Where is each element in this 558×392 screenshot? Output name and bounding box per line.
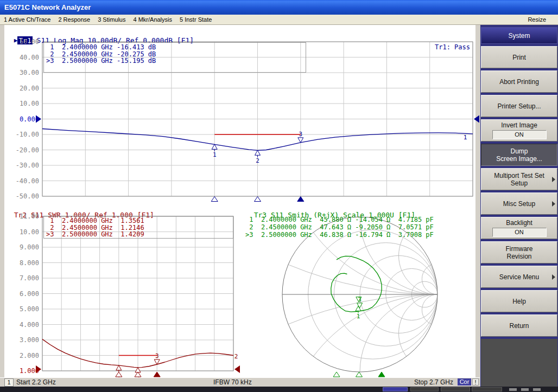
window-title: E5071C Network Analyzer — [4, 3, 91, 11]
submenu-arrow-icon — [552, 177, 555, 182]
tr3-marker-readouts: 1 2.4000000 GHz 45.880 Ω -14.054 Ω 4.718… — [245, 216, 434, 239]
marker-readout-row: 2 2.4500000 GHz 47.643 Ω -9.2050 Ω 7.057… — [245, 223, 434, 231]
softkey-misc-setup[interactable]: Misc Setup — [481, 192, 557, 215]
start-frequency-readout: Start 2.2 GHz — [16, 378, 56, 386]
softkey-multiport-test-set[interactable]: Multiport Test SetSetup — [481, 168, 557, 190]
y-axis-label: 20.00 — [4, 85, 39, 92]
marker-readout-row: 1 2.4000000 GHz 1.3561 — [46, 217, 233, 224]
y-axis-label: 11.00 — [4, 213, 39, 220]
marker-readout-row: 1 2.4000000 GHz 45.880 Ω -14.054 Ω 4.718… — [245, 216, 434, 223]
y-axis-label: 40.00 — [4, 54, 39, 61]
window-title-bar: E5071C Network Analyzer — [0, 0, 558, 15]
stop-frequency-readout: Stop 2.7 GHz — [414, 378, 453, 386]
taskbar-active-button — [383, 387, 408, 391]
status-bar: 1 Start 2.2 GHz IFBW 70 kHz Stop 2.7 GHz… — [0, 377, 480, 387]
correction-status-badge: Cor — [458, 378, 471, 385]
tr1-marker-box: 1 2.4000000 GHz -16.413 dB 2 2.4500000 G… — [43, 42, 306, 73]
submenu-arrow-icon — [552, 274, 555, 280]
y-axis-label: 7.000 — [4, 274, 39, 282]
y-axis-label: -10.00 — [4, 131, 39, 138]
y-axis-label: -50.00 — [4, 192, 39, 200]
tr1-limit-result: Tr1: Pass — [380, 43, 470, 51]
softkey-service-menu[interactable]: Service Menu — [481, 266, 557, 288]
y-axis-label: 1.000 — [4, 367, 39, 375]
marker-readout-row: >3 2.5000000 GHz -15.195 dB — [46, 57, 306, 65]
tr2-marker-readouts: 1 2.4000000 GHz 1.3561 2 2.4500000 GHz 1… — [44, 216, 233, 238]
tr1-marker-readouts: 1 2.4000000 GHz -16.413 dB 2 2.4500000 G… — [44, 43, 306, 65]
y-axis-label: 5.000 — [4, 305, 39, 313]
tr3-smith-chart-area[interactable] — [282, 217, 437, 372]
softkey-filler — [481, 339, 557, 387]
softkey-help[interactable]: Help — [481, 290, 557, 312]
ifbw-readout: IFBW 70 kHz — [213, 378, 252, 386]
y-axis-label: -40.00 — [4, 177, 39, 185]
tr2-marker-box: 1 2.4000000 GHz 1.3561 2 2.4500000 GHz 1… — [43, 216, 233, 239]
marker-readout-row: >3 2.5000000 GHz 1.4209 — [46, 231, 233, 238]
y-axis-label: 50.00 — [4, 38, 39, 46]
y-axis-label: 30.00 — [4, 69, 39, 76]
channel-number-badge: 1 — [4, 378, 14, 387]
menu-item-3[interactable]: 3 Stimulus — [94, 15, 129, 23]
taskbar-clock-fragment — [533, 388, 541, 391]
y-axis-label: 6.000 — [4, 290, 39, 298]
tr2-plot-area[interactable] — [42, 216, 233, 371]
menu-item-5[interactable]: 5 Instr State — [176, 15, 215, 23]
taskbar-button — [410, 387, 439, 391]
softkey-state-value: ON — [492, 228, 547, 237]
menu-item-4[interactable]: 4 Mkr/Analysis — [129, 15, 176, 23]
taskbar-clock-fragment — [521, 388, 529, 391]
submenu-arrow-icon — [552, 201, 555, 207]
softkey-print[interactable]: Print — [481, 46, 557, 68]
y-axis-label: 10.00 — [4, 100, 39, 107]
y-axis-label: 3.000 — [4, 336, 39, 344]
softkey-backlight[interactable]: BacklightON — [481, 217, 557, 239]
softkey-abort-printing[interactable]: Abort Printing — [481, 70, 557, 93]
menu-bar: 1 Active Ch/Trace2 Response3 Stimulus4 M… — [0, 15, 558, 25]
y-axis-label: 0.000 — [4, 115, 39, 123]
softkey-invert-image[interactable]: Invert ImageON — [481, 119, 557, 142]
taskbar-sliver — [0, 387, 558, 392]
y-axis-label: 4.000 — [4, 321, 39, 329]
marker-readout-row: >3 2.5000000 GHz 46.838 Ω -16.794 Ω 3.79… — [245, 231, 434, 239]
y-axis-label: 9.000 — [4, 243, 39, 251]
y-axis-label: 8.000 — [4, 259, 39, 267]
menu-items: 1 Active Ch/Trace2 Response3 Stimulus4 M… — [0, 16, 215, 23]
marker-readout-row: 1 2.4000000 GHz -16.413 dB — [46, 44, 306, 51]
taskbar-clock-fragment — [509, 388, 517, 391]
softkey-return[interactable]: Return — [481, 314, 557, 337]
softkey-menu: System PrintAbort PrintingPrinter Setup.… — [480, 25, 558, 387]
menu-item-2[interactable]: 2 Response — [54, 15, 94, 23]
softkey-menu-title: System — [481, 27, 557, 44]
softkey-firmware[interactable]: FirmwareRevision — [481, 241, 557, 264]
y-axis-label: -20.00 — [4, 146, 39, 154]
taskbar-button — [472, 387, 502, 391]
taskbar-button — [441, 387, 470, 391]
y-axis-label: 10.00 — [4, 228, 39, 236]
y-axis-label: 2.000 — [4, 352, 39, 359]
menu-item-1[interactable]: 1 Active Ch/Trace — [0, 15, 54, 23]
y-axis-label: -30.00 — [4, 162, 39, 169]
softkey-dump[interactable]: DumpScreen Image... — [481, 144, 557, 166]
softkey-state-value: ON — [492, 130, 547, 139]
softkey-printer-setup[interactable]: Printer Setup... — [481, 95, 557, 117]
warning-status-badge: ! — [472, 378, 479, 385]
menu-resize[interactable]: Resize — [528, 16, 546, 23]
